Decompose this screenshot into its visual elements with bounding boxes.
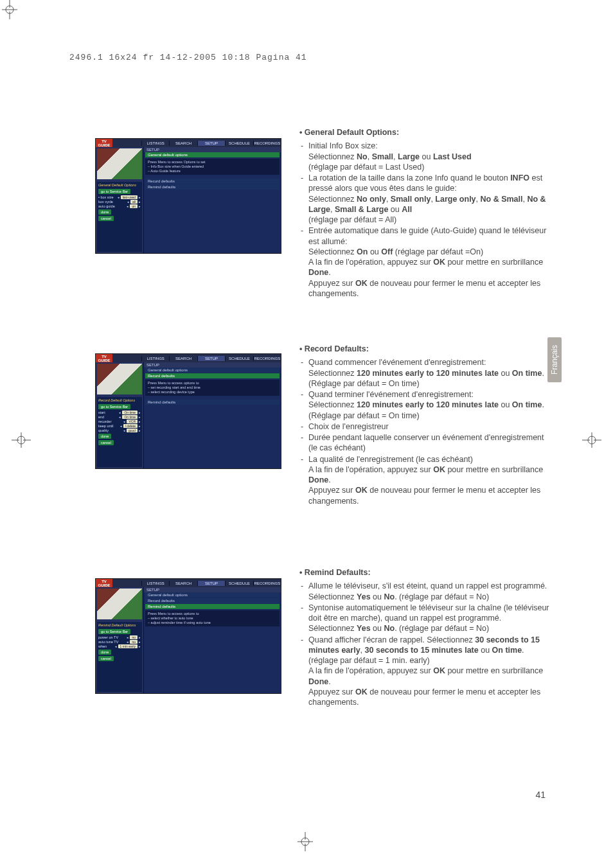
list-item: - Syntonise automatiquement le téléviseu…: [299, 603, 550, 634]
tab-recordings[interactable]: RECORDINGS: [253, 141, 281, 146]
list-item: - Allume le téléviseur, s'il est éteint,…: [299, 581, 550, 602]
crop-mark-bottom: [296, 832, 315, 851]
back-button[interactable]: go to Service Bar: [98, 629, 130, 634]
list-item: -Durée pendant laquelle conserver un évé…: [299, 432, 550, 454]
crop-mark-right: [582, 430, 601, 450]
panel-title: General Default Options: [98, 183, 141, 187]
screenshot-remind-defaults: TVGUIDE LISTINGS SEARCH SETUP SCHEDULE R…: [95, 578, 281, 694]
preview-thumb: [97, 589, 142, 619]
done-button[interactable]: done: [98, 650, 111, 655]
preview-thumb: [97, 364, 142, 394]
print-header: 2496.1 16x24 fr 14-12-2005 10:18 Pagina …: [69, 53, 307, 62]
list-item: - Quand afficher l'écran de rappel. Séle…: [299, 635, 550, 708]
crop-mark-top: [0, 0, 19, 19]
bar-record[interactable]: Record defaults: [145, 179, 280, 184]
list-item: - Quand commencer l'événement d'enregist…: [299, 357, 550, 389]
crop-mark-left: [12, 430, 31, 450]
cancel-button[interactable]: cancel: [98, 656, 114, 661]
cancel-button[interactable]: cancel: [98, 440, 114, 445]
back-button[interactable]: go to Service Bar: [98, 189, 130, 194]
bar-general[interactable]: General default options: [145, 152, 280, 157]
info-box: Press Menu to access Options to set – In…: [145, 159, 280, 175]
option-auto-guide: auto guide: [98, 204, 125, 208]
bar-remind[interactable]: Remind defaults: [145, 184, 280, 190]
tab-setup[interactable]: SETUP: [197, 141, 225, 146]
list-item: - La qualité de l'enregistrement (le cas…: [299, 454, 550, 506]
list-item: -Choix de l'enregistreur: [299, 421, 550, 432]
screenshot-general-defaults: TVGUIDE LISTINGS SEARCH SETUP SCHEDULE R…: [95, 138, 281, 254]
option-box-cycle: box cycle: [98, 200, 126, 204]
section-general-defaults: General Default Options: - Initial Info …: [299, 127, 550, 299]
tab-schedule[interactable]: SCHEDULE: [225, 141, 253, 146]
back-button[interactable]: go to Service Bar: [98, 404, 130, 409]
setup-label: SETUP: [144, 147, 281, 152]
tab-search[interactable]: SEARCH: [169, 141, 197, 146]
tab-listings[interactable]: LISTINGS: [141, 141, 169, 146]
done-button[interactable]: done: [98, 434, 111, 439]
list-item: - Quand terminer l'événement d'enregistr…: [299, 389, 550, 421]
section-title: General Default Options:: [299, 127, 550, 137]
panel-title: Remind Default Options: [98, 623, 141, 627]
preview-thumb: [97, 148, 142, 179]
section-title: Record Defaults:: [299, 344, 550, 354]
info-box: Press Menu to access options to – set re…: [145, 380, 280, 396]
option-box-size: • box size: [98, 195, 116, 199]
done-button[interactable]: done: [98, 209, 111, 215]
cancel-button[interactable]: cancel: [98, 216, 114, 221]
section-remind-defaults: Remind Defaults: - Allume le téléviseur,…: [299, 567, 550, 707]
page-number: 41: [535, 790, 546, 800]
panel-title: Record Default Options: [98, 398, 141, 402]
section-record-defaults: Record Defaults: - Quand commencer l'évé…: [299, 344, 550, 506]
list-item: - Initial Info Box size: Sélectionnez No…: [299, 141, 550, 172]
section-title: Remind Defaults:: [299, 567, 550, 578]
screenshot-record-defaults: TVGUIDE LISTINGS SEARCH SETUP SCHEDULE R…: [95, 353, 281, 469]
list-item: - La rotation de la taille dans la zone …: [299, 173, 550, 225]
info-box: Press Menu to access options to – select…: [145, 610, 280, 626]
list-item: - Entrée automatique dans le guide (Auto…: [299, 226, 550, 299]
